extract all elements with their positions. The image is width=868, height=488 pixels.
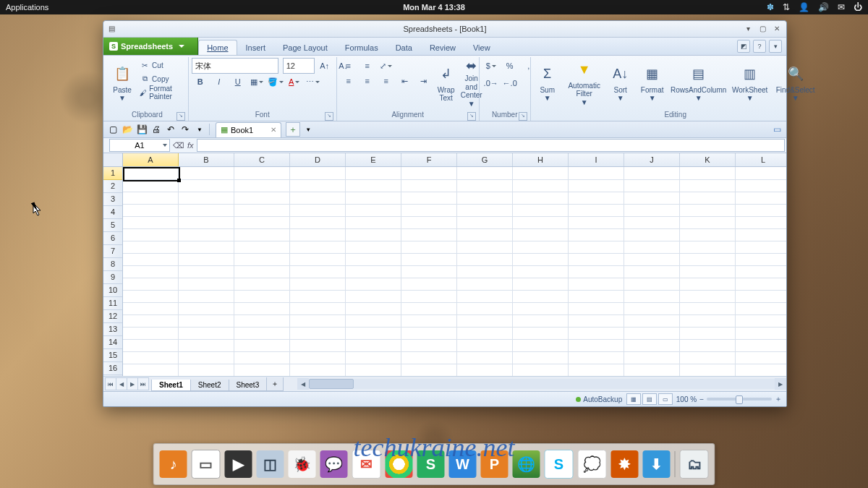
window-menu-icon[interactable]: ▤: [106, 23, 116, 33]
col-header-F[interactable]: F: [401, 153, 457, 166]
cell-I10[interactable]: [569, 278, 624, 291]
cell-A4[interactable]: [123, 204, 179, 217]
dock-chat-icon[interactable]: 💬: [320, 450, 348, 478]
cell-J11[interactable]: [624, 290, 680, 303]
cell-I16[interactable]: [569, 351, 624, 364]
cell-J14[interactable]: [624, 327, 680, 340]
cell-H1[interactable]: [513, 167, 569, 180]
cell-F6[interactable]: [401, 228, 457, 241]
cell-C4[interactable]: [234, 204, 290, 217]
cell-H3[interactable]: [513, 192, 569, 205]
cell-E10[interactable]: [346, 278, 401, 291]
rows-columns-button[interactable]: ▤RowsAndColumn▼: [671, 59, 726, 108]
cell-C5[interactable]: [234, 216, 290, 229]
cell-J10[interactable]: [624, 278, 680, 291]
qat-save-icon[interactable]: 💾: [135, 123, 148, 136]
cell-F17[interactable]: [401, 364, 457, 376]
currency-button[interactable]: $: [482, 58, 500, 74]
dock-download-icon[interactable]: ⬇: [643, 450, 671, 478]
cell-H8[interactable]: [513, 253, 569, 266]
cell-H11[interactable]: [513, 290, 569, 303]
name-box[interactable]: A1: [109, 139, 170, 152]
col-header-B[interactable]: B: [179, 153, 234, 166]
cell-A2[interactable]: [123, 179, 179, 192]
cell-I6[interactable]: [569, 228, 624, 241]
cell-H5[interactable]: [513, 216, 569, 229]
cell-B6[interactable]: [179, 228, 234, 241]
cell-F4[interactable]: [401, 204, 457, 217]
cell-J2[interactable]: [624, 179, 680, 192]
cell-A14[interactable]: [123, 327, 179, 340]
tray-chat-icon[interactable]: ✽: [767, 2, 774, 12]
row-header-14[interactable]: 14: [103, 336, 122, 349]
row-header-6[interactable]: 6: [103, 232, 122, 245]
autosum-button[interactable]: ΣSum▼: [534, 59, 561, 108]
cell-F7[interactable]: [401, 241, 457, 254]
cell-D17[interactable]: [290, 364, 346, 376]
next-sheet-button[interactable]: ▶: [127, 377, 138, 390]
cell-J13[interactable]: [624, 314, 680, 328]
decrease-decimal-button[interactable]: ←.0: [501, 75, 519, 91]
cell-L5[interactable]: [736, 216, 786, 229]
cell-A16[interactable]: [123, 351, 179, 364]
cell-K9[interactable]: [680, 265, 736, 278]
cell-I12[interactable]: [569, 302, 624, 315]
insert-function-icon[interactable]: fx: [187, 141, 194, 150]
qat-open-icon[interactable]: 📂: [121, 123, 134, 136]
align-left-button[interactable]: ≡: [340, 73, 357, 89]
cell-F10[interactable]: [401, 278, 457, 291]
cell-D14[interactable]: [290, 327, 346, 340]
cell-C16[interactable]: [234, 351, 290, 364]
cell-H10[interactable]: [513, 278, 569, 291]
cell-H14[interactable]: [513, 327, 569, 340]
cell-E15[interactable]: [346, 339, 401, 352]
cell-E14[interactable]: [346, 327, 401, 340]
row-header-7[interactable]: 7: [103, 245, 122, 258]
cell-L3[interactable]: [736, 192, 786, 205]
title-bar[interactable]: ▤ Spreadsheets - [Book1] ▾ ▢ ✕: [103, 21, 786, 38]
cell-B11[interactable]: [179, 290, 234, 303]
worksheet-button[interactable]: ▥WorkSheet▼: [729, 59, 771, 108]
col-header-H[interactable]: H: [513, 153, 569, 166]
cell-F1[interactable]: [401, 167, 457, 180]
number-dialog-launcher[interactable]: ↘: [519, 112, 527, 121]
cell-L2[interactable]: [736, 179, 786, 192]
cell-J7[interactable]: [624, 241, 680, 254]
fill-color-button[interactable]: 🪣: [267, 74, 284, 90]
cell-L13[interactable]: [736, 314, 786, 328]
cell-A5[interactable]: [123, 216, 179, 229]
cell-G2[interactable]: [457, 179, 513, 192]
border-button[interactable]: ▦: [248, 74, 265, 90]
cell-D6[interactable]: [290, 228, 346, 241]
font-dialog-launcher[interactable]: ↘: [325, 112, 333, 121]
cell-H15[interactable]: [513, 339, 569, 352]
dock-mail-icon[interactable]: ✉: [352, 450, 381, 479]
tab-data[interactable]: Data: [387, 40, 421, 55]
underline-button[interactable]: U: [229, 74, 247, 90]
qat-new-icon[interactable]: ▢: [106, 123, 119, 136]
sheet-tab-3[interactable]: Sheet3: [229, 380, 268, 391]
grow-font-button[interactable]: A↑: [316, 58, 333, 74]
cell-E3[interactable]: [346, 192, 401, 205]
dock-document-icon[interactable]: ▭: [192, 450, 221, 479]
hscroll-thumb[interactable]: [309, 379, 354, 389]
zoom-in-button[interactable]: ＋: [775, 394, 782, 404]
col-header-J[interactable]: J: [624, 153, 680, 166]
dock-skype-icon[interactable]: S: [545, 450, 574, 479]
cell-G1[interactable]: [457, 167, 513, 180]
cut-button[interactable]: ✂Cut: [138, 59, 185, 72]
cell-F15[interactable]: [401, 339, 457, 352]
tab-review[interactable]: Review: [421, 40, 464, 55]
cell-A15[interactable]: [123, 339, 179, 352]
cell-G15[interactable]: [457, 339, 513, 352]
cell-B3[interactable]: [179, 192, 234, 205]
prev-sheet-button[interactable]: ◀: [116, 377, 127, 390]
cell-L4[interactable]: [736, 204, 786, 217]
cell-G16[interactable]: [457, 351, 513, 364]
cell-I9[interactable]: [569, 265, 624, 278]
tab-insert[interactable]: Insert: [237, 40, 275, 55]
format-painter-button[interactable]: 🖌Format Painter: [138, 86, 185, 99]
cell-L12[interactable]: [736, 302, 786, 315]
cell-L14[interactable]: [736, 327, 786, 340]
cell-C15[interactable]: [234, 339, 290, 352]
